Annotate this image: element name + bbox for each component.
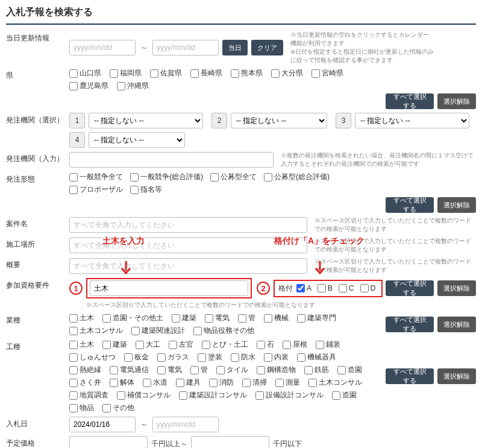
pref-checkbox[interactable]: 佐賀県 bbox=[150, 68, 182, 78]
koushu-checkbox[interactable]: 水道 bbox=[143, 377, 167, 388]
koushu-checkbox[interactable]: 清掃 bbox=[242, 377, 267, 388]
req-select-all-button[interactable]: すべて選択する bbox=[386, 280, 434, 296]
koushu-checkbox[interactable]: 鉄筋 bbox=[304, 365, 329, 375]
gyoshu-clear-button[interactable]: 選択解除 bbox=[437, 317, 476, 332]
koushu-checkbox[interactable]: 鋪装 bbox=[316, 339, 340, 350]
koushu-checkbox[interactable]: 測量 bbox=[275, 377, 300, 388]
form-clear-button[interactable]: 選択解除 bbox=[437, 197, 476, 213]
gyoshu-checkbox[interactable]: 機械 bbox=[264, 313, 289, 323]
gyoshu-checkbox[interactable]: 管 bbox=[238, 313, 255, 323]
price-to-input[interactable] bbox=[191, 436, 269, 448]
koushu-checkbox[interactable]: 電気通信 bbox=[110, 365, 149, 375]
koushu-checkbox[interactable]: その他 bbox=[102, 403, 134, 413]
updated-from-input[interactable] bbox=[69, 40, 136, 55]
req-input[interactable] bbox=[90, 280, 248, 296]
gyoshu-checkbox[interactable]: 電気 bbox=[205, 313, 230, 323]
koushu-checkbox[interactable]: 土木コンサル bbox=[308, 377, 362, 388]
koushu-clear-button[interactable]: 選択解除 bbox=[437, 368, 476, 384]
koushu-checkbox[interactable]: 防水 bbox=[231, 352, 255, 362]
pref-checkbox[interactable]: 山口県 bbox=[69, 68, 101, 78]
koushu-checkbox[interactable]: 内装 bbox=[264, 352, 289, 362]
place-input[interactable] bbox=[69, 238, 307, 253]
form-checkbox[interactable]: 公募型全て bbox=[210, 172, 257, 182]
bid-date-from-input[interactable] bbox=[69, 417, 136, 432]
req-note: ※スペース区切りで入力していただくことで複数のワードでの検索が可能となります bbox=[86, 301, 476, 309]
form-checkbox[interactable]: 指名等 bbox=[130, 185, 162, 195]
form-checkbox[interactable]: 公募型(総合評価) bbox=[264, 172, 330, 182]
form-checkbox[interactable]: プロポーザル bbox=[69, 185, 123, 195]
clear-date-button[interactable]: クリア bbox=[251, 40, 283, 55]
koushu-checkbox[interactable]: 機械器具 bbox=[297, 352, 336, 362]
pref-checkbox[interactable]: 熊本県 bbox=[231, 68, 263, 78]
koushu-checkbox[interactable]: 設備設計コンサル bbox=[255, 390, 324, 400]
gyoshu-checkbox[interactable]: 土木コンサル bbox=[69, 326, 123, 336]
koushu-checkbox[interactable]: 消防 bbox=[209, 377, 234, 388]
koushu-checkbox[interactable]: とび・土工 bbox=[202, 339, 248, 350]
pref-clear-button[interactable]: 選択解除 bbox=[437, 93, 476, 109]
koushu-checkbox[interactable]: 熱絶縁 bbox=[69, 365, 101, 375]
koushu-checkbox[interactable]: 屋根 bbox=[283, 339, 307, 350]
koushu-checkbox[interactable]: 左官 bbox=[169, 339, 193, 350]
rank-d[interactable]: D bbox=[360, 284, 376, 292]
koushu-checkbox[interactable]: 大工 bbox=[136, 339, 160, 350]
req-clear-button[interactable]: 選択解除 bbox=[437, 280, 476, 296]
agency-select-1[interactable]: -- 指定しない -- bbox=[89, 113, 203, 128]
koushu-checkbox[interactable]: 建築設計コンサル bbox=[179, 390, 247, 400]
koushu-checkbox[interactable]: 板金 bbox=[124, 352, 149, 362]
gyoshu-checkbox[interactable]: 物品役務その他 bbox=[193, 326, 254, 336]
koushu-checkbox[interactable]: 地質調査 bbox=[69, 390, 108, 400]
koushu-checkbox[interactable]: しゅんせつ bbox=[69, 352, 116, 362]
agency-select-3[interactable]: -- 指定しない -- bbox=[355, 113, 469, 128]
koushu-checkbox[interactable]: タイル bbox=[216, 365, 248, 375]
koushu-select-all-button[interactable]: すべて選択する bbox=[386, 368, 434, 384]
form-checkbox[interactable]: 一般競争(総合評価) bbox=[130, 172, 203, 182]
agency-select-2[interactable]: -- 指定しない -- bbox=[231, 113, 327, 128]
updated-to-input[interactable] bbox=[152, 40, 219, 55]
koushu-checkbox[interactable]: 補償コンサル bbox=[117, 390, 171, 400]
bid-date-to-input[interactable] bbox=[152, 417, 219, 432]
koushu-checkbox[interactable]: ガラス bbox=[157, 352, 189, 362]
koushu-checkbox[interactable]: 鋼構造物 bbox=[257, 365, 296, 375]
pref-checkbox[interactable]: 沖縄県 bbox=[117, 81, 149, 91]
row-agency-input: 発注機関（入力） ※複数の発注機関を検索されたい場合、発注機関名の間に１マス空け… bbox=[6, 151, 476, 168]
koushu-checkbox[interactable]: 土木 bbox=[69, 339, 94, 350]
rank-c[interactable]: C bbox=[339, 284, 354, 292]
row-bid-date: 入札日 ～ bbox=[6, 417, 476, 432]
agency-input[interactable] bbox=[69, 152, 274, 168]
gyoshu-checkbox[interactable]: 土木 bbox=[69, 313, 94, 323]
koushu-checkbox[interactable]: 石 bbox=[257, 339, 274, 350]
koushu-checkbox[interactable]: 物品 bbox=[69, 403, 94, 413]
pref-checkbox[interactable]: 宮崎県 bbox=[311, 68, 343, 78]
pref-checkbox[interactable]: 福岡県 bbox=[110, 68, 142, 78]
koushu-checkbox[interactable]: 建築 bbox=[102, 339, 127, 350]
req-input-highlight bbox=[86, 278, 252, 298]
pref-checkbox[interactable]: 大分県 bbox=[271, 68, 303, 78]
gyoshu-checkbox[interactable]: 建築 bbox=[172, 313, 196, 323]
form-checkbox[interactable]: 一般競争全て bbox=[69, 172, 123, 182]
koushu-checkbox[interactable]: 塗装 bbox=[198, 352, 222, 362]
today-button[interactable]: 当日 bbox=[222, 40, 248, 55]
price-from-input[interactable] bbox=[69, 436, 148, 448]
pref-select-all-button[interactable]: すべて選択する bbox=[386, 93, 434, 109]
koushu-checkbox[interactable]: 建具 bbox=[176, 377, 201, 388]
label-pref: 県 bbox=[6, 68, 69, 81]
form-select-all-button[interactable]: すべて選択する bbox=[386, 197, 434, 213]
koushu-checkbox[interactable]: 管 bbox=[190, 365, 208, 375]
gyoshu-checkbox[interactable]: 造園・その他土 bbox=[102, 313, 163, 323]
pref-checkbox[interactable]: 長崎県 bbox=[190, 68, 222, 78]
koushu-checkbox[interactable]: さく井 bbox=[69, 377, 101, 388]
koushu-checkbox[interactable]: 造園 bbox=[332, 390, 357, 400]
agency-select-4[interactable]: -- 指定しない -- bbox=[89, 132, 185, 148]
gyoshu-select-all-button[interactable]: すべて選択する bbox=[386, 317, 434, 332]
case-name-input[interactable] bbox=[69, 217, 307, 233]
koushu-checkbox[interactable]: 解体 bbox=[110, 377, 134, 388]
rank-b[interactable]: B bbox=[318, 284, 333, 292]
rank-a[interactable]: A bbox=[296, 284, 311, 292]
row-gyoshu: 業種 土木造園・その他土建築電気管機械建築専門土木コンサル建築関連設計物品役務そ… bbox=[6, 313, 476, 336]
pref-checkbox[interactable]: 鹿児島県 bbox=[69, 81, 108, 91]
koushu-checkbox[interactable]: 造園 bbox=[337, 365, 362, 375]
summary-input[interactable] bbox=[69, 258, 307, 274]
gyoshu-checkbox[interactable]: 建築関連設計 bbox=[131, 326, 185, 336]
koushu-checkbox[interactable]: 電気 bbox=[157, 365, 182, 375]
gyoshu-checkbox[interactable]: 建築専門 bbox=[297, 313, 336, 323]
